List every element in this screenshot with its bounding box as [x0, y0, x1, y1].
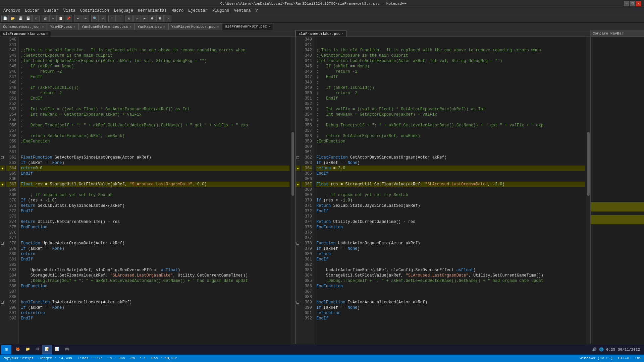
- status-encoding: UTF-8: [618, 356, 629, 360]
- left-editor-pane: slaFrameworkScr.psc ✕ ✦✦ 340 341 342 343…: [0, 30, 296, 355]
- status-bar: Papyrus Script length : 14,909 lines : 5…: [0, 355, 644, 362]
- right-code-container[interactable]: ✦✦ 340 341 342 343 344 345 346 347 348 3…: [296, 37, 590, 355]
- toolbar: 📄 📂 💾 💾 ✕ 🖨 ✂ 📋 📌 ↩ ↪ 🔍 ⇄ + − ⇅ ↵ ▶ ⏺ ⏹ …: [0, 14, 644, 23]
- start-button[interactable]: ⊞: [1, 345, 11, 354]
- save-all-button[interactable]: 💾: [24, 15, 32, 22]
- menu-editar[interactable]: Editar: [23, 7, 41, 14]
- tab-close-consequences[interactable]: ✕: [42, 25, 44, 29]
- paste-button[interactable]: 📌: [65, 15, 72, 22]
- taskbar-terminal[interactable]: 🖥: [33, 345, 42, 354]
- compare-navbar: Compare NavBar: [590, 30, 644, 355]
- tray-time: 0:25: [606, 348, 615, 352]
- zoom-in-button[interactable]: +: [108, 15, 116, 22]
- editor-area: slaFrameworkScr.psc ✕ ✦✦ 340 341 342 343…: [0, 30, 644, 355]
- tab-consequences[interactable]: Consequences.json ✕: [0, 23, 47, 30]
- minimize-button[interactable]: ─: [624, 1, 629, 6]
- tab-close-yammcm[interactable]: ✕: [73, 25, 75, 29]
- taskbar-firefox[interactable]: 🦊: [13, 345, 23, 354]
- left-tab-close[interactable]: ✕: [46, 32, 48, 36]
- right-gutter: ✦✦: [296, 37, 300, 355]
- close-button[interactable]: ✕: [636, 1, 641, 6]
- tabs-bar: Consequences.json ✕ YamMCM.psc ✕ YamScan…: [0, 23, 644, 30]
- right-pane-tabs: slaFrameworkScr.psc ✕: [296, 30, 590, 37]
- right-tab-close[interactable]: ✕: [341, 32, 343, 36]
- right-code-content[interactable]: ;;This is the old function. It is replac…: [314, 37, 586, 355]
- left-code-container[interactable]: ✦✦ 340 341 342 343 344 345 346 347 348 3…: [0, 37, 295, 355]
- menu-codificacion[interactable]: Codificación: [78, 7, 111, 14]
- sync-scroll-button[interactable]: ⇅: [125, 15, 133, 22]
- status-line-ending: Windows (CR LF): [580, 356, 613, 360]
- menu-buscar[interactable]: Buscar: [42, 7, 61, 14]
- taskbar-app5[interactable]: 📊: [52, 345, 62, 354]
- run-button[interactable]: ▶: [141, 15, 148, 22]
- compare-map-diff-1: [591, 202, 644, 212]
- taskbar-explorer[interactable]: 📁: [23, 345, 33, 354]
- tray-date: 30/11/2022: [618, 348, 640, 352]
- menu-archivo[interactable]: Archivo: [1, 7, 22, 14]
- left-pane-tab[interactable]: slaFrameworkScr.psc ✕: [0, 31, 51, 37]
- left-pane-tabs: slaFrameworkScr.psc ✕: [0, 30, 295, 37]
- record-button[interactable]: ⏺: [149, 15, 156, 22]
- menu-ejecutar[interactable]: Ejecutar: [186, 7, 210, 14]
- window-controls: ─ □ ✕: [624, 1, 641, 6]
- close-button[interactable]: ✕: [32, 15, 40, 22]
- status-language: Papyrus Script: [3, 356, 34, 360]
- status-insert-mode: INS: [635, 356, 641, 360]
- stop-button[interactable]: ⏹: [156, 15, 164, 22]
- find-button[interactable]: 🔍: [91, 15, 99, 22]
- menu-plugins[interactable]: Plugins: [210, 7, 231, 14]
- maximize-button[interactable]: □: [630, 1, 635, 6]
- tab-yamscan[interactable]: YamScanReferences.psc ✕: [78, 23, 135, 30]
- title-bar: C:\Users\Alejo\AppData\Local\Temp\RarSDl…: [0, 0, 644, 7]
- status-length: length : 14,909: [39, 356, 72, 360]
- tab-yamplayer[interactable]: YamPlayerMonitor.psc ✕: [168, 23, 222, 30]
- left-scrollbar-thumb[interactable]: [291, 132, 294, 196]
- new-button[interactable]: 📄: [1, 15, 9, 22]
- compare-navbar-header: Compare NavBar: [591, 30, 644, 37]
- taskbar: ⊞ 🦊 📁 🖥 📝 📊 🎮 🔊 🌐 0:25 30/11/2022: [0, 344, 644, 355]
- taskbar-notepadpp[interactable]: 📝: [42, 345, 52, 354]
- right-line-numbers: 340 341 342 343 344 345 346 347 348 349 …: [300, 37, 314, 355]
- save-button[interactable]: 💾: [17, 15, 24, 22]
- compare-map: [591, 37, 644, 355]
- tab-yammcm[interactable]: YamMCM.psc ✕: [47, 23, 78, 30]
- right-scrollbar-thumb[interactable]: [587, 132, 590, 196]
- left-code-content[interactable]: ;;This is the old function. It is replac…: [19, 37, 291, 355]
- tab-yammain[interactable]: YamMain.psc ✕: [135, 23, 168, 30]
- tab-slaframework[interactable]: slaFrameworkScr.psc ✕: [222, 23, 273, 30]
- menu-herramientas[interactable]: Herramientas: [136, 7, 169, 14]
- right-editor-pane: slaFrameworkScr.psc ✕ ✦✦ 340 341 342 343…: [296, 30, 590, 355]
- status-col: Col : 1: [130, 356, 146, 360]
- left-line-numbers: 340 341 342 343 344 345 346 347 348 349 …: [5, 37, 19, 355]
- undo-button[interactable]: ↩: [74, 15, 82, 22]
- tab-close-yammain[interactable]: ✕: [163, 25, 165, 29]
- print-button[interactable]: 🖨: [42, 15, 49, 22]
- left-gutter: ✦✦: [0, 37, 5, 355]
- left-scrollbar[interactable]: [291, 37, 295, 355]
- right-scrollbar[interactable]: [586, 37, 590, 355]
- menu-macro[interactable]: Macro: [169, 7, 185, 14]
- right-pane-tab[interactable]: slaFrameworkScr.psc ✕: [296, 31, 346, 37]
- taskbar-app6[interactable]: 🎮: [62, 345, 72, 354]
- copy-button[interactable]: 📋: [57, 15, 64, 22]
- cut-button[interactable]: ✂: [49, 15, 57, 22]
- menu-vista[interactable]: Vista: [61, 7, 77, 14]
- zoom-out-button[interactable]: −: [116, 15, 123, 22]
- status-ln: Ln : 366: [107, 356, 125, 360]
- tab-close-yamplayer[interactable]: ✕: [217, 25, 219, 29]
- open-button[interactable]: 📂: [9, 15, 16, 22]
- tab-close-slaframework[interactable]: ✕: [268, 24, 270, 28]
- status-pos: Pos : 10,331: [151, 356, 178, 360]
- wrap-button[interactable]: ↵: [133, 15, 141, 22]
- replace-button[interactable]: ⇄: [99, 15, 106, 22]
- menu-help[interactable]: ?: [254, 7, 260, 14]
- redo-button[interactable]: ↪: [82, 15, 89, 22]
- taskbar-tray: 🔊 🌐 0:25 30/11/2022: [592, 347, 643, 352]
- tab-close-yamscan[interactable]: ✕: [129, 25, 131, 29]
- menu-ventana[interactable]: Ventana: [232, 7, 253, 14]
- playback-button[interactable]: ▷: [164, 15, 171, 22]
- menu-lenguaje[interactable]: Lenguaje: [112, 7, 135, 14]
- compare-map-diff-2: [591, 215, 644, 224]
- tray-icons: 🔊 🌐: [592, 347, 604, 352]
- status-lines: lines : 537: [77, 356, 102, 360]
